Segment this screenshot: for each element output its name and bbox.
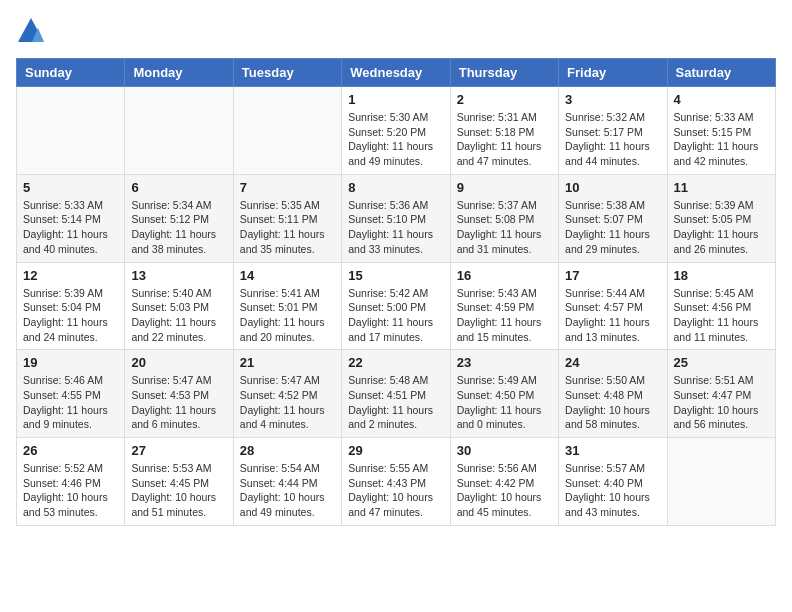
day-number: 9 [457,180,552,195]
day-cell-31: 31Sunrise: 5:57 AM Sunset: 4:40 PM Dayli… [559,438,667,526]
day-info: Sunrise: 5:36 AM Sunset: 5:10 PM Dayligh… [348,198,443,257]
day-info: Sunrise: 5:43 AM Sunset: 4:59 PM Dayligh… [457,286,552,345]
weekday-header-monday: Monday [125,59,233,87]
day-info: Sunrise: 5:34 AM Sunset: 5:12 PM Dayligh… [131,198,226,257]
day-info: Sunrise: 5:55 AM Sunset: 4:43 PM Dayligh… [348,461,443,520]
day-number: 21 [240,355,335,370]
logo-icon [16,16,46,46]
day-info: Sunrise: 5:52 AM Sunset: 4:46 PM Dayligh… [23,461,118,520]
day-cell-16: 16Sunrise: 5:43 AM Sunset: 4:59 PM Dayli… [450,262,558,350]
day-cell-2: 2Sunrise: 5:31 AM Sunset: 5:18 PM Daylig… [450,87,558,175]
day-number: 4 [674,92,769,107]
weekday-header-friday: Friday [559,59,667,87]
day-number: 11 [674,180,769,195]
day-number: 31 [565,443,660,458]
week-row-4: 19Sunrise: 5:46 AM Sunset: 4:55 PM Dayli… [17,350,776,438]
day-info: Sunrise: 5:49 AM Sunset: 4:50 PM Dayligh… [457,373,552,432]
day-cell-4: 4Sunrise: 5:33 AM Sunset: 5:15 PM Daylig… [667,87,775,175]
day-info: Sunrise: 5:53 AM Sunset: 4:45 PM Dayligh… [131,461,226,520]
day-cell-29: 29Sunrise: 5:55 AM Sunset: 4:43 PM Dayli… [342,438,450,526]
day-info: Sunrise: 5:45 AM Sunset: 4:56 PM Dayligh… [674,286,769,345]
day-number: 7 [240,180,335,195]
day-info: Sunrise: 5:37 AM Sunset: 5:08 PM Dayligh… [457,198,552,257]
day-cell-10: 10Sunrise: 5:38 AM Sunset: 5:07 PM Dayli… [559,174,667,262]
day-number: 15 [348,268,443,283]
day-number: 17 [565,268,660,283]
day-cell-19: 19Sunrise: 5:46 AM Sunset: 4:55 PM Dayli… [17,350,125,438]
weekday-header-saturday: Saturday [667,59,775,87]
day-info: Sunrise: 5:30 AM Sunset: 5:20 PM Dayligh… [348,110,443,169]
weekday-header-tuesday: Tuesday [233,59,341,87]
page-header [16,16,776,46]
day-cell-11: 11Sunrise: 5:39 AM Sunset: 5:05 PM Dayli… [667,174,775,262]
empty-cell [17,87,125,175]
calendar-table: SundayMondayTuesdayWednesdayThursdayFrid… [16,58,776,526]
day-cell-22: 22Sunrise: 5:48 AM Sunset: 4:51 PM Dayli… [342,350,450,438]
day-info: Sunrise: 5:39 AM Sunset: 5:05 PM Dayligh… [674,198,769,257]
day-cell-27: 27Sunrise: 5:53 AM Sunset: 4:45 PM Dayli… [125,438,233,526]
day-cell-5: 5Sunrise: 5:33 AM Sunset: 5:14 PM Daylig… [17,174,125,262]
week-row-5: 26Sunrise: 5:52 AM Sunset: 4:46 PM Dayli… [17,438,776,526]
day-cell-3: 3Sunrise: 5:32 AM Sunset: 5:17 PM Daylig… [559,87,667,175]
day-info: Sunrise: 5:47 AM Sunset: 4:52 PM Dayligh… [240,373,335,432]
day-number: 29 [348,443,443,458]
day-number: 3 [565,92,660,107]
day-cell-25: 25Sunrise: 5:51 AM Sunset: 4:47 PM Dayli… [667,350,775,438]
day-cell-1: 1Sunrise: 5:30 AM Sunset: 5:20 PM Daylig… [342,87,450,175]
day-cell-13: 13Sunrise: 5:40 AM Sunset: 5:03 PM Dayli… [125,262,233,350]
day-cell-7: 7Sunrise: 5:35 AM Sunset: 5:11 PM Daylig… [233,174,341,262]
day-info: Sunrise: 5:31 AM Sunset: 5:18 PM Dayligh… [457,110,552,169]
day-number: 25 [674,355,769,370]
empty-cell [667,438,775,526]
day-info: Sunrise: 5:40 AM Sunset: 5:03 PM Dayligh… [131,286,226,345]
day-number: 5 [23,180,118,195]
day-number: 18 [674,268,769,283]
day-info: Sunrise: 5:44 AM Sunset: 4:57 PM Dayligh… [565,286,660,345]
day-number: 14 [240,268,335,283]
day-number: 22 [348,355,443,370]
day-number: 20 [131,355,226,370]
logo [16,16,48,46]
day-cell-30: 30Sunrise: 5:56 AM Sunset: 4:42 PM Dayli… [450,438,558,526]
week-row-1: 1Sunrise: 5:30 AM Sunset: 5:20 PM Daylig… [17,87,776,175]
day-cell-15: 15Sunrise: 5:42 AM Sunset: 5:00 PM Dayli… [342,262,450,350]
day-info: Sunrise: 5:42 AM Sunset: 5:00 PM Dayligh… [348,286,443,345]
day-info: Sunrise: 5:46 AM Sunset: 4:55 PM Dayligh… [23,373,118,432]
day-info: Sunrise: 5:56 AM Sunset: 4:42 PM Dayligh… [457,461,552,520]
day-info: Sunrise: 5:32 AM Sunset: 5:17 PM Dayligh… [565,110,660,169]
day-cell-24: 24Sunrise: 5:50 AM Sunset: 4:48 PM Dayli… [559,350,667,438]
day-info: Sunrise: 5:41 AM Sunset: 5:01 PM Dayligh… [240,286,335,345]
day-cell-21: 21Sunrise: 5:47 AM Sunset: 4:52 PM Dayli… [233,350,341,438]
day-cell-9: 9Sunrise: 5:37 AM Sunset: 5:08 PM Daylig… [450,174,558,262]
weekday-header-row: SundayMondayTuesdayWednesdayThursdayFrid… [17,59,776,87]
day-cell-6: 6Sunrise: 5:34 AM Sunset: 5:12 PM Daylig… [125,174,233,262]
day-info: Sunrise: 5:50 AM Sunset: 4:48 PM Dayligh… [565,373,660,432]
day-cell-26: 26Sunrise: 5:52 AM Sunset: 4:46 PM Dayli… [17,438,125,526]
day-number: 19 [23,355,118,370]
day-info: Sunrise: 5:57 AM Sunset: 4:40 PM Dayligh… [565,461,660,520]
day-number: 13 [131,268,226,283]
weekday-header-wednesday: Wednesday [342,59,450,87]
day-number: 26 [23,443,118,458]
day-cell-23: 23Sunrise: 5:49 AM Sunset: 4:50 PM Dayli… [450,350,558,438]
weekday-header-sunday: Sunday [17,59,125,87]
week-row-3: 12Sunrise: 5:39 AM Sunset: 5:04 PM Dayli… [17,262,776,350]
day-number: 12 [23,268,118,283]
day-number: 2 [457,92,552,107]
day-number: 27 [131,443,226,458]
day-cell-17: 17Sunrise: 5:44 AM Sunset: 4:57 PM Dayli… [559,262,667,350]
day-info: Sunrise: 5:51 AM Sunset: 4:47 PM Dayligh… [674,373,769,432]
day-cell-20: 20Sunrise: 5:47 AM Sunset: 4:53 PM Dayli… [125,350,233,438]
day-number: 10 [565,180,660,195]
day-info: Sunrise: 5:35 AM Sunset: 5:11 PM Dayligh… [240,198,335,257]
day-cell-28: 28Sunrise: 5:54 AM Sunset: 4:44 PM Dayli… [233,438,341,526]
day-info: Sunrise: 5:38 AM Sunset: 5:07 PM Dayligh… [565,198,660,257]
day-info: Sunrise: 5:54 AM Sunset: 4:44 PM Dayligh… [240,461,335,520]
day-info: Sunrise: 5:39 AM Sunset: 5:04 PM Dayligh… [23,286,118,345]
day-number: 6 [131,180,226,195]
day-cell-18: 18Sunrise: 5:45 AM Sunset: 4:56 PM Dayli… [667,262,775,350]
day-info: Sunrise: 5:48 AM Sunset: 4:51 PM Dayligh… [348,373,443,432]
week-row-2: 5Sunrise: 5:33 AM Sunset: 5:14 PM Daylig… [17,174,776,262]
day-number: 8 [348,180,443,195]
day-info: Sunrise: 5:33 AM Sunset: 5:15 PM Dayligh… [674,110,769,169]
